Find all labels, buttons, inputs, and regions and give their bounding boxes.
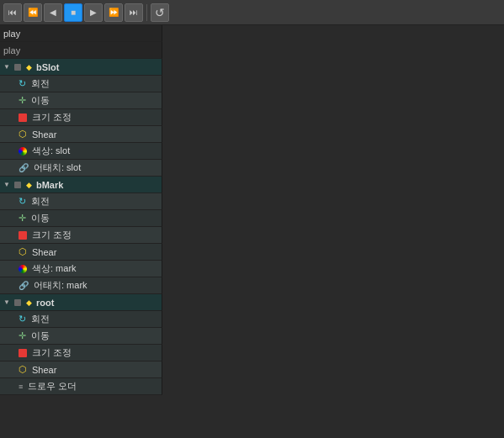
visibility-icon[interactable]: [14, 64, 21, 71]
track-row-bslot-rotate: ↻회전: [0, 76, 162, 92]
ruler-left: play: [0, 25, 162, 42]
track-name-bslot-attach: 어태치: slot: [34, 161, 81, 174]
expand-icon[interactable]: ▼: [3, 298, 10, 306]
track-label-bslot-header[interactable]: ▼◆bSlot: [0, 59, 162, 76]
track-row-bslot-attach: 🔗어태치: slot: [0, 160, 162, 177]
section-icon: ◆: [26, 298, 32, 307]
next-button[interactable]: ⏩: [104, 3, 123, 22]
drow-icon: ≡: [19, 383, 23, 391]
track-row-bslot-color: 색상: slot: [0, 143, 162, 160]
loop-button[interactable]: ↺: [151, 3, 169, 22]
track-label-bslot-rotate[interactable]: ↻회전: [0, 76, 162, 92]
track-label-root-rotate[interactable]: ↻회전: [0, 311, 162, 328]
track-row-root-drowaudio: ≡드로우 오더: [0, 378, 162, 395]
track-name-bslot-move: 이동: [31, 94, 50, 107]
color-icon: [19, 265, 27, 273]
track-name-bslot-scale: 크기 조정: [32, 111, 72, 124]
track-list[interactable]: play 0510152025303540 play▼◆bSlot↻회전✛이동크…: [0, 25, 162, 421]
track-row-bmark-move: ✛이동: [0, 210, 162, 227]
move-icon: ✛: [19, 330, 26, 341]
track-label-bmark-move[interactable]: ✛이동: [0, 210, 162, 227]
track-label-bslot-move[interactable]: ✛이동: [0, 92, 162, 109]
track-label-bmark-scale[interactable]: 크기 조정: [0, 227, 162, 244]
toolbar: ⏮ ⏪ ◀ ■ ▶ ⏩ ⏭ ↺: [0, 0, 504, 25]
track-row-bmark-header: ▼◆bMark: [0, 177, 162, 193]
track-row-bmark-scale: 크기 조정: [0, 227, 162, 244]
visibility-icon[interactable]: [14, 182, 21, 188]
track-label-bmark-header[interactable]: ▼◆bMark: [0, 177, 162, 193]
shear-icon: ⬡: [19, 246, 27, 257]
track-label-bmark-color[interactable]: 색상: mark: [0, 261, 162, 277]
track-label-bmark-attach[interactable]: 🔗어태치: mark: [0, 277, 162, 294]
track-row-bmark-color: 색상: mark: [0, 261, 162, 277]
track-label-root-header[interactable]: ▼◆root: [0, 294, 162, 311]
track-name-root-scale: 크기 조정: [32, 346, 72, 359]
track-name-bmark-color: 색상: mark: [32, 262, 77, 275]
track-label-bmark-shear[interactable]: ⬡Shear: [0, 244, 162, 261]
track-row-bslot-move: ✛이동: [0, 92, 162, 109]
move-icon: ✛: [19, 213, 26, 224]
track-row-bmark-attach: 🔗어태치: mark: [0, 277, 162, 294]
color-icon: [19, 147, 27, 156]
track-row-root-rotate: ↻회전: [0, 311, 162, 328]
main-layout: play 0510152025303540 play▼◆bSlot↻회전✛이동크…: [0, 25, 504, 438]
track-label-play-row[interactable]: play: [0, 42, 162, 59]
scale-icon: [19, 113, 27, 122]
track-row-root-scale: 크기 조정: [0, 345, 162, 361]
track-row-bslot-shear: ⬡Shear: [0, 126, 162, 143]
move-icon: ✛: [19, 95, 26, 106]
track-label-bslot-shear[interactable]: ⬡Shear: [0, 126, 162, 143]
track-name-bmark-move: 이동: [31, 212, 50, 224]
forward-button[interactable]: ▶: [84, 3, 103, 22]
scale-icon: [19, 231, 27, 240]
track-name-bmark-rotate: 회전: [31, 195, 50, 208]
prev-start-button[interactable]: ⏮: [3, 3, 22, 22]
track-row-root-shear: ⬡Shear: [0, 361, 162, 378]
scale-icon: [19, 349, 27, 357]
shear-icon: ⬡: [19, 129, 27, 140]
toolbar-separator: [146, 4, 147, 21]
back-button[interactable]: ◀: [44, 3, 62, 22]
track-name-root-rotate: 회전: [31, 313, 50, 325]
track-label-root-scale[interactable]: 크기 조정: [0, 345, 162, 361]
track-label-bslot-color[interactable]: 색상: slot: [0, 143, 162, 160]
track-row-bmark-rotate: ↻회전: [0, 193, 162, 210]
section-label: bMark: [36, 180, 63, 190]
expand-icon[interactable]: ▼: [3, 63, 10, 71]
track-label-root-shear[interactable]: ⬡Shear: [0, 361, 162, 378]
track-name-bslot-shear: Shear: [32, 129, 56, 140]
track-row-bmark-shear: ⬡Shear: [0, 244, 162, 261]
track-name-bmark-shear: Shear: [32, 247, 56, 257]
track-row-root-header: ▼◆root: [0, 294, 162, 311]
track-row-bslot-header: ▼◆bSlot: [0, 59, 162, 76]
track-label-bmark-rotate[interactable]: ↻회전: [0, 193, 162, 210]
section-label: bSlot: [36, 62, 60, 72]
play-label: play: [3, 29, 20, 39]
play-text: play: [3, 45, 20, 55]
ruler-row: play 0510152025303540: [0, 25, 162, 42]
stop-button[interactable]: ■: [64, 3, 82, 22]
expand-icon[interactable]: ▼: [3, 181, 10, 188]
attach-icon: 🔗: [19, 281, 29, 290]
track-row-play-row: play: [0, 42, 162, 59]
track-name-root-shear: Shear: [32, 365, 56, 375]
rotate-icon: ↻: [19, 314, 26, 325]
track-name-root-move: 이동: [31, 330, 50, 342]
rotate-icon: ↻: [19, 196, 26, 207]
next-end-button[interactable]: ⏭: [125, 3, 143, 22]
track-label-bslot-scale[interactable]: 크기 조정: [0, 109, 162, 126]
track-label-root-drowaudio[interactable]: ≡드로우 오더: [0, 378, 162, 395]
track-label-root-move[interactable]: ✛이동: [0, 328, 162, 345]
section-icon: ◆: [26, 181, 32, 189]
section-label: root: [36, 298, 54, 308]
track-name-bslot-rotate: 회전: [31, 77, 50, 90]
shear-icon: ⬡: [19, 364, 27, 375]
track-name-bmark-attach: 어태치: mark: [34, 279, 88, 292]
prev-button[interactable]: ⏪: [24, 3, 42, 22]
track-name-bmark-scale: 크기 조정: [32, 229, 72, 241]
track-name-root-drowaudio: 드로우 오더: [28, 380, 77, 393]
visibility-icon[interactable]: [14, 299, 21, 306]
attach-icon: 🔗: [19, 163, 29, 172]
track-label-bslot-attach[interactable]: 🔗어태치: slot: [0, 160, 162, 177]
section-icon: ◆: [26, 63, 32, 71]
